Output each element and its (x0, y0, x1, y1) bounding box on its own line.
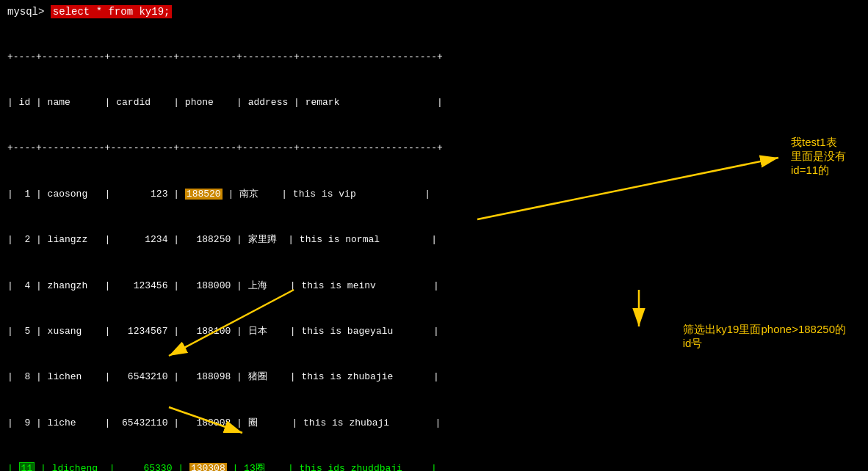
table-row: | 9 | liche | 65432110 | 188008 | 圈 | th… (7, 416, 861, 431)
name11: ldicheng (52, 463, 98, 471)
table-row: | 2 | liangzz | 1234 | 188250 | 家里蹲 | th… (7, 233, 861, 248)
prompt1: mysql> (7, 6, 44, 18)
note1-line3: id=11的 (791, 164, 829, 176)
note1-line2: 里面是没有 (791, 150, 846, 162)
id11-highlight: 11 (19, 462, 35, 471)
query1-text: select * from ky19; (51, 5, 173, 18)
note2-line1: 筛选出ky19里面phone>188250的 (683, 323, 846, 335)
table1-sep1: +----+-----------+-----------+----------… (7, 50, 861, 65)
table1-header: | id | name | cardid | phone | address |… (7, 95, 861, 111)
note1-line1: 我test1表 (791, 136, 837, 148)
annotation-note2: 筛选出ky19里面phone>188250的 id号 (683, 323, 846, 351)
phone-cell-highlight: 188520 (185, 189, 223, 200)
phone-cell-highlight2: 130308 (189, 463, 227, 471)
table1: +----+-----------+-----------+----------… (7, 19, 861, 471)
table-row-id11: | 11 | ldicheng | 65330 | 130308 | 13圈 |… (7, 461, 861, 471)
table-row: | 1 | caosong | 123 | 188520 | 南京 | this… (7, 187, 861, 202)
table-row: | 4 | zhangzh | 123456 | 188000 | 上海 | t… (7, 279, 861, 294)
note2-line2: id号 (683, 337, 703, 349)
table1-sep2: +----+-----------+-----------+----------… (7, 141, 861, 156)
query1-line: mysql> select * from ky19; (7, 6, 861, 18)
annotation-note1: 我test1表 里面是没有 id=11的 (791, 136, 846, 178)
table-row: | 8 | lichen | 6543210 | 188098 | 猪圈 | t… (7, 370, 861, 385)
main-container: mysql> select * from ky19; +----+-------… (0, 0, 868, 471)
